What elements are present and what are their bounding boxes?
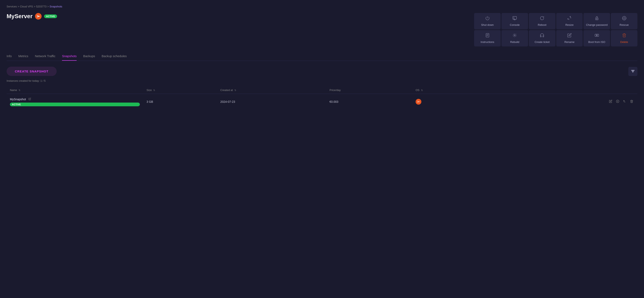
reboot-icon: [540, 16, 544, 22]
snapshots-table-body: MySnapshot ACTIVE 3 GB 2024-07-23: [6, 94, 638, 110]
sort-created-icon: ⇅: [234, 89, 236, 91]
tab-backups[interactable]: Backups: [83, 52, 95, 61]
delete-icon: [622, 33, 626, 39]
shut-down-button[interactable]: Shut down: [474, 13, 501, 29]
server-title-area: MyServer ACTIVE: [6, 13, 57, 20]
boot-from-iso-label: Boot from ISO: [588, 41, 605, 44]
boot-from-iso-button[interactable]: Boot from ISO: [584, 30, 610, 46]
svg-point-21: [419, 101, 420, 102]
rescue-button[interactable]: Rescue: [611, 13, 638, 29]
reboot-button[interactable]: Reboot: [529, 13, 556, 29]
col-size[interactable]: Size ⇅: [143, 86, 217, 94]
svg-point-23: [417, 102, 418, 103]
snapshot-name: MySnapshot: [10, 98, 26, 101]
tab-metrics[interactable]: Metrics: [18, 52, 28, 61]
rescue-label: Rescue: [620, 23, 629, 26]
change-password-icon: [594, 16, 599, 22]
svg-point-4: [37, 17, 38, 18]
svg-point-20: [418, 101, 419, 102]
snapshot-rollback-button[interactable]: [622, 99, 627, 105]
instructions-button[interactable]: Instructions: [474, 30, 501, 46]
svg-point-3: [37, 15, 38, 16]
svg-point-11: [514, 35, 516, 36]
server-status-badge: ACTIVE: [44, 15, 57, 18]
col-os[interactable]: OS ⇅: [412, 86, 480, 94]
svg-point-2: [39, 16, 40, 17]
console-label: Console: [510, 23, 520, 26]
snapshot-delete-button[interactable]: [629, 99, 634, 105]
tab-info[interactable]: Info: [6, 52, 12, 61]
delete-button[interactable]: Delete: [611, 30, 638, 46]
reboot-label: Reboot: [538, 23, 546, 26]
nav-tabs: Info Metrics Network Traffic Snapshots B…: [6, 52, 638, 61]
ubuntu-os-icon: [35, 13, 42, 20]
filter-button[interactable]: [628, 67, 638, 76]
resize-icon: [567, 16, 572, 22]
create-ticket-label: Create ticket: [535, 41, 550, 44]
sort-size-icon: ⇅: [153, 89, 155, 91]
svg-point-22: [417, 101, 418, 101]
svg-rect-16: [632, 71, 634, 71]
rebuild-label: Rebuild: [510, 41, 519, 44]
snapshots-table: Name ⇅ Size ⇅ Created at ⇅ Price/day OS …: [6, 86, 638, 110]
rebuild-icon: [512, 33, 517, 39]
shut-down-icon: [485, 16, 490, 22]
snapshot-actions-cell: [480, 94, 638, 110]
rebuild-button[interactable]: Rebuild: [502, 30, 528, 46]
snapshot-created-at: 2024-07-23: [217, 94, 326, 110]
console-button[interactable]: Console: [502, 13, 528, 29]
change-password-button[interactable]: Change password: [584, 13, 610, 29]
col-name[interactable]: Name ⇅: [6, 86, 143, 94]
snapshots-content: CREATE SNAPSHOT Instances created for to…: [6, 67, 638, 110]
svg-point-14: [597, 35, 597, 36]
table-row: MySnapshot ACTIVE 3 GB 2024-07-23: [6, 94, 638, 110]
snapshot-status-badge: ACTIVE: [10, 103, 140, 106]
svg-point-1: [38, 16, 39, 17]
instances-info: Instances created for today: 1 / 5: [6, 79, 638, 82]
col-created-at[interactable]: Created at ⇅: [217, 86, 326, 94]
shut-down-label: Shut down: [481, 23, 494, 26]
snapshot-edit-button[interactable]: [608, 99, 613, 105]
create-ticket-button[interactable]: Create ticket: [529, 30, 556, 46]
snapshot-os-cell: [412, 94, 480, 110]
sort-os-icon: ⇅: [421, 89, 423, 91]
tab-backup-schedules[interactable]: Backup schedules: [102, 52, 127, 61]
action-buttons-row2: Instructions Rebuild Cre: [474, 30, 638, 46]
rename-icon: [567, 33, 572, 39]
instructions-label: Instructions: [480, 41, 494, 44]
change-password-label: Change password: [586, 23, 608, 26]
tab-network-traffic[interactable]: Network Traffic: [35, 52, 56, 61]
sort-name-icon: ⇅: [18, 89, 20, 91]
svg-rect-15: [632, 70, 634, 71]
svg-point-9: [624, 17, 625, 19]
snapshot-os-icon: [416, 99, 421, 105]
resize-button[interactable]: Resize: [556, 13, 583, 29]
console-icon: [512, 16, 517, 22]
breadcrumb: Services > Cloud VPS > 5203773 > Snapsho…: [6, 5, 638, 8]
snapshot-price-day: €0.003: [326, 94, 412, 110]
snapshots-toolbar: CREATE SNAPSHOT: [6, 67, 638, 76]
snapshot-row-actions: [483, 99, 634, 105]
svg-marker-25: [618, 101, 618, 102]
server-header: MyServer ACTIVE Shu: [6, 13, 638, 46]
boot-from-iso-icon: [594, 33, 599, 39]
delete-label: Delete: [620, 41, 628, 44]
server-name: MyServer: [6, 13, 32, 20]
create-snapshot-button[interactable]: CREATE SNAPSHOT: [6, 67, 57, 76]
snapshot-edit-name-button[interactable]: [28, 97, 32, 101]
rename-label: Rename: [564, 41, 574, 44]
svg-rect-17: [633, 72, 633, 72]
tab-snapshots[interactable]: Snapshots: [62, 52, 76, 61]
svg-rect-10: [486, 34, 489, 37]
action-buttons-container: Shut down Console: [474, 13, 638, 46]
snapshot-restore-button[interactable]: [615, 99, 620, 105]
snapshot-name-cell: MySnapshot ACTIVE: [6, 94, 143, 110]
col-price-day[interactable]: Price/day: [326, 86, 412, 94]
svg-point-8: [622, 16, 626, 20]
rename-button[interactable]: Rename: [556, 30, 583, 46]
create-ticket-icon: [540, 33, 544, 39]
resize-label: Resize: [565, 23, 574, 26]
rescue-icon: [622, 16, 626, 22]
instructions-icon: [485, 33, 490, 39]
filter-icon: [631, 70, 635, 73]
